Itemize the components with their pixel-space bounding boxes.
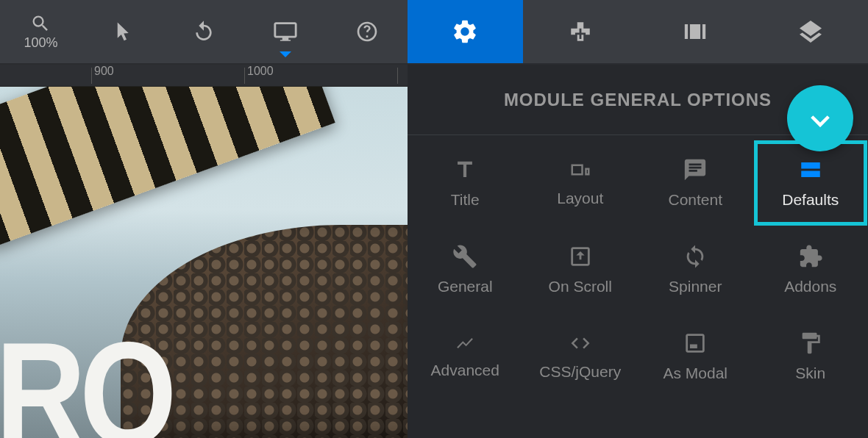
- panel-header: MODULE GENERAL OPTIONS: [408, 65, 868, 135]
- option-asmodal[interactable]: As Modal: [638, 313, 753, 400]
- option-spinner[interactable]: Spinner: [638, 226, 753, 313]
- desktop-icon: [273, 19, 298, 44]
- dpad-icon: [568, 19, 593, 44]
- option-label: General: [438, 278, 493, 295]
- option-general[interactable]: General: [408, 226, 523, 313]
- option-skin[interactable]: Skin: [753, 313, 869, 400]
- slides-icon: [680, 19, 710, 44]
- help-tool[interactable]: [326, 0, 408, 63]
- toolbar-left-group: 100%: [0, 0, 408, 63]
- download-arrow-icon: [800, 98, 840, 138]
- ruler-mark: 900: [94, 65, 114, 78]
- option-label: Title: [451, 191, 480, 209]
- search-icon: [30, 13, 51, 34]
- cursor-icon: [111, 21, 133, 43]
- option-title[interactable]: Title: [408, 140, 523, 226]
- advanced-icon: [451, 334, 479, 353]
- layout-icon: [566, 159, 595, 181]
- option-defaults[interactable]: Defaults: [753, 140, 869, 226]
- slide-text-layer: RO: [0, 320, 171, 438]
- option-label: Spinner: [669, 278, 722, 295]
- canvas-preview[interactable]: RO: [0, 87, 408, 438]
- option-addons[interactable]: Addons: [753, 226, 869, 313]
- option-label: Addons: [784, 278, 836, 295]
- options-panel: MODULE GENERAL OPTIONS Title Layout Cont…: [408, 65, 868, 438]
- content-icon: [683, 157, 708, 182]
- option-advanced[interactable]: Advanced: [408, 313, 523, 400]
- undo-tool[interactable]: [163, 0, 245, 63]
- panel-title: MODULE GENERAL OPTIONS: [504, 90, 772, 110]
- toolbar-right-group: [408, 0, 868, 63]
- undo-icon: [192, 20, 216, 43]
- option-cssjquery[interactable]: CSS/jQuery: [523, 313, 638, 400]
- dropdown-indicator-icon: [280, 51, 291, 57]
- ruler-tick-icon: [91, 68, 92, 84]
- horizontal-ruler: 900 1000: [0, 65, 408, 87]
- option-label: Content: [668, 191, 722, 209]
- top-toolbar: 100%: [0, 0, 868, 65]
- option-label: On Scroll: [549, 278, 612, 295]
- option-onscroll[interactable]: On Scroll: [523, 226, 638, 313]
- modal-icon: [683, 331, 708, 356]
- slide-preview: RO: [0, 87, 408, 438]
- layers-icon: [797, 18, 824, 45]
- option-label: Advanced: [431, 362, 499, 379]
- zoom-tool[interactable]: 100%: [0, 0, 82, 63]
- zoom-label: 100%: [24, 35, 57, 51]
- option-label: Defaults: [782, 191, 839, 209]
- layers-tab[interactable]: [753, 0, 869, 63]
- navigation-tab[interactable]: [523, 0, 638, 63]
- ruler-tick-icon: [244, 68, 245, 84]
- ruler-mark: 1000: [247, 65, 274, 78]
- option-label: Skin: [795, 365, 825, 382]
- defaults-icon: [798, 157, 823, 182]
- help-icon: [355, 20, 379, 43]
- settings-tab[interactable]: [408, 0, 523, 63]
- decorative-stripes: [0, 87, 335, 248]
- option-label: As Modal: [663, 365, 728, 382]
- gear-icon: [451, 18, 479, 46]
- title-icon: [452, 157, 477, 182]
- spinner-icon: [683, 244, 708, 269]
- puzzle-icon: [798, 244, 823, 269]
- option-label: CSS/jQuery: [539, 363, 621, 381]
- device-tool[interactable]: [244, 0, 326, 63]
- roller-icon: [798, 331, 823, 356]
- onscroll-icon: [568, 244, 593, 269]
- wrench-icon: [452, 244, 477, 269]
- code-icon: [566, 332, 594, 354]
- slides-tab[interactable]: [638, 0, 753, 63]
- ruler-tick-icon: [397, 68, 398, 84]
- option-layout[interactable]: Layout: [523, 140, 638, 226]
- cursor-tool[interactable]: [82, 0, 163, 63]
- option-label: Layout: [557, 190, 603, 207]
- option-content[interactable]: Content: [638, 140, 753, 226]
- options-grid: Title Layout Content Defaults General On…: [408, 135, 868, 400]
